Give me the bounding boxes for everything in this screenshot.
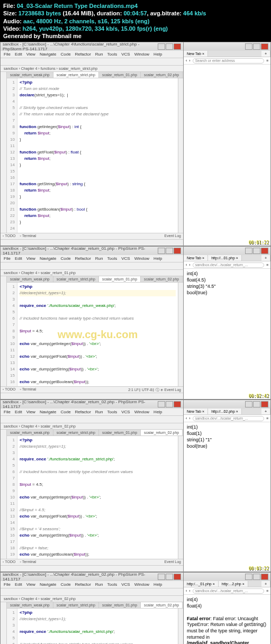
editor-tab[interactable]: scalar_return_weak.php (7, 72, 53, 78)
maximize-button[interactable] (166, 401, 173, 407)
new-tab-button[interactable]: + (261, 409, 270, 414)
breadcrumb[interactable]: sandbox › Chapter 4 › scalar_return_02.p… (1, 596, 183, 602)
back-button[interactable]: ‹ (186, 263, 187, 267)
minimize-button[interactable] (245, 574, 252, 580)
new-tab-button[interactable]: + (261, 51, 270, 57)
tool-window-terminal[interactable]: ▫ Terminal (20, 560, 36, 565)
menu-vcs[interactable]: VCS (121, 256, 130, 261)
maximize-button[interactable] (253, 574, 260, 580)
menu-tools[interactable]: Tools (107, 582, 118, 587)
close-button[interactable] (261, 401, 268, 407)
breadcrumb[interactable]: sandbox › Chapter 4 › functions › scalar… (1, 66, 183, 72)
minimize-button[interactable] (245, 248, 252, 254)
browser-viewport[interactable]: int(1)float(1)string(1) "1"bool(true) (184, 422, 270, 475)
menu-icon[interactable]: ≡ (266, 589, 268, 593)
code-area[interactable]: <?php//declare(strict_types=1); require_… (17, 283, 178, 386)
editor-tab[interactable]: scalar_return_strict.php (53, 430, 99, 436)
event-log-link[interactable]: 2:1 LF‡ UTF-8‡ ⓘ ⊕ Event Log (128, 387, 181, 392)
menu-navigate[interactable]: Navigate (40, 410, 57, 414)
tool-window-terminal[interactable]: ▫ Terminal (20, 234, 36, 239)
address-input[interactable]: sandbox.dev/.../scalar_return_... (193, 588, 264, 594)
editor-tab[interactable]: scalar_return_02.php (141, 276, 183, 282)
menu-code[interactable]: Code (60, 52, 70, 57)
menu-navigate[interactable]: Navigate (40, 52, 57, 57)
breadcrumb[interactable]: sandbox › Chapter 4 › scalar_return_01.p… (1, 270, 183, 276)
menu-help[interactable]: Help (153, 410, 162, 414)
maximize-button[interactable] (166, 43, 173, 50)
minimize-button[interactable] (158, 43, 165, 50)
editor-tab[interactable]: scalar_return_strict.php (53, 72, 99, 78)
forward-button[interactable]: › (189, 416, 190, 420)
menu-run[interactable]: Run (95, 582, 103, 587)
tool-window-todo[interactable]: ▫ TODO (3, 560, 15, 565)
close-button[interactable] (174, 248, 181, 254)
menu-refactor[interactable]: Refactor (75, 582, 91, 587)
menu-refactor[interactable]: Refactor (75, 410, 91, 414)
browser-viewport[interactable]: int(4)float(4)Fatal error: Fatal error: … (184, 595, 270, 644)
menu-tools[interactable]: Tools (107, 410, 118, 414)
maximize-button[interactable] (253, 401, 260, 407)
menu-run[interactable]: Run (95, 256, 103, 261)
editor-tab[interactable]: scalar_return_01.php (99, 72, 141, 78)
menu-navigate[interactable]: Navigate (40, 582, 57, 587)
breadcrumb[interactable]: sandbox › Chapter 4 › scalar_return_02.p… (1, 423, 183, 430)
menu-vcs[interactable]: VCS (121, 582, 130, 587)
browser-viewport[interactable]: int(4)float(4.5)string(3) "4.5"bool(true… (184, 269, 270, 322)
menu-icon[interactable]: ≡ (266, 263, 268, 267)
maximize-button[interactable] (166, 248, 173, 254)
new-tab-button[interactable]: + (261, 255, 270, 261)
menu-code[interactable]: Code (60, 256, 70, 261)
left-gutter[interactable] (1, 276, 7, 386)
menu-icon[interactable]: ≡ (266, 59, 268, 62)
close-button[interactable] (174, 43, 181, 50)
menu-window[interactable]: Window (134, 256, 149, 261)
forward-button[interactable]: › (189, 589, 190, 593)
menu-code[interactable]: Code (60, 582, 70, 587)
menu-help[interactable]: Help (153, 52, 162, 57)
back-button[interactable]: ‹ (186, 416, 187, 420)
menu-edit[interactable]: Edit (15, 52, 22, 57)
maximize-button[interactable] (253, 248, 260, 254)
menu-edit[interactable]: Edit (15, 410, 22, 414)
menu-tools[interactable]: Tools (107, 52, 118, 57)
editor-tab[interactable]: scalar_return_weak.php (7, 430, 53, 436)
code-editor[interactable]: 12345678910111213141516 <?php//declare(s… (7, 283, 183, 386)
back-button[interactable]: ‹ (186, 59, 187, 62)
browser-tab[interactable]: http:...2.php × (219, 581, 248, 587)
menu-refactor[interactable]: Refactor (75, 52, 91, 57)
close-button[interactable] (261, 43, 268, 50)
left-gutter[interactable] (1, 430, 7, 559)
menu-run[interactable]: Run (95, 52, 103, 57)
close-button[interactable] (174, 401, 181, 407)
menu-window[interactable]: Window (134, 52, 149, 57)
code-editor[interactable]: 12345678910111213141516171819 <?php//dec… (7, 609, 183, 644)
tool-window-todo[interactable]: ▫ TODO (3, 234, 15, 239)
event-log-link[interactable]: Event Log (164, 234, 181, 239)
code-editor[interactable]: 12345678910111213141516171819 <?php//dec… (7, 436, 183, 559)
menu-run[interactable]: Run (95, 410, 103, 414)
new-tab-button[interactable]: + (261, 581, 270, 587)
menu-view[interactable]: View (26, 52, 35, 57)
editor-tab[interactable]: scalar_return_02.php (141, 430, 183, 436)
menu-code[interactable]: Code (60, 410, 70, 414)
editor-tab[interactable]: scalar_return_02.php (141, 602, 183, 608)
back-button[interactable]: ‹ (186, 589, 187, 593)
menu-edit[interactable]: Edit (15, 256, 22, 261)
forward-button[interactable]: › (189, 59, 190, 62)
menu-file[interactable]: File (4, 582, 11, 587)
menu-file[interactable]: File (4, 52, 11, 57)
close-button[interactable] (261, 574, 268, 580)
left-gutter[interactable] (1, 72, 7, 233)
code-area[interactable]: <?php// Turn on strict modedeclare(stric… (17, 78, 178, 233)
menu-refactor[interactable]: Refactor (75, 256, 91, 261)
forward-button[interactable]: › (189, 263, 190, 267)
browser-tab[interactable]: New Tab × (184, 255, 208, 261)
editor-tab[interactable]: scalar_return_02.php (141, 72, 183, 78)
browser-tab[interactable]: http://...02.php × (208, 409, 242, 414)
minimize-button[interactable] (245, 43, 252, 50)
maximize-button[interactable] (166, 574, 173, 580)
menu-file[interactable]: File (4, 410, 11, 414)
close-button[interactable] (261, 248, 268, 254)
editor-tab[interactable]: scalar_return_01.php (99, 602, 141, 608)
menu-edit[interactable]: Edit (15, 582, 22, 587)
